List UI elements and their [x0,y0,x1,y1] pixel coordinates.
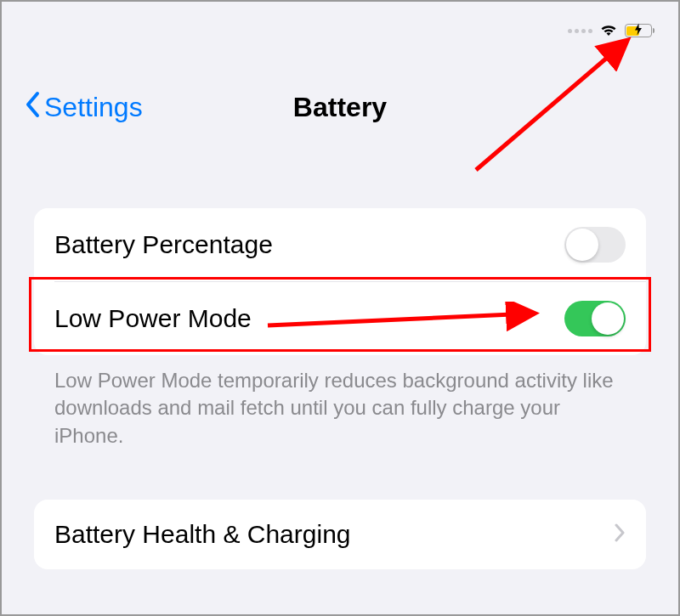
row-battery-percentage[interactable]: Battery Percentage [34,208,646,281]
cellular-signal-icon [568,29,592,33]
settings-group-main: Battery Percentage Low Power Mode [34,208,646,355]
chevron-left-icon [24,89,41,126]
back-button[interactable]: Settings [24,89,143,126]
toggle-battery-percentage[interactable] [564,227,626,263]
row-battery-health[interactable]: Battery Health & Charging [34,500,646,569]
wifi-icon [599,24,618,37]
back-label: Settings [44,92,143,123]
settings-group-health: Battery Health & Charging [34,500,646,569]
row-label: Battery Health & Charging [54,520,351,549]
row-label: Battery Percentage [54,230,273,259]
page-title: Battery [293,92,387,123]
toggle-knob [592,302,624,335]
row-low-power-mode[interactable]: Low Power Mode [54,281,646,355]
chevron-right-icon [614,522,626,548]
toggle-knob [566,229,598,261]
row-label: Low Power Mode [54,304,252,333]
status-bar [568,24,655,37]
nav-header: Settings Battery [0,89,680,126]
battery-charging-icon [625,24,655,37]
low-power-mode-description: Low Power Mode temporarily reduces backg… [54,367,626,449]
toggle-low-power-mode[interactable] [564,301,626,336]
